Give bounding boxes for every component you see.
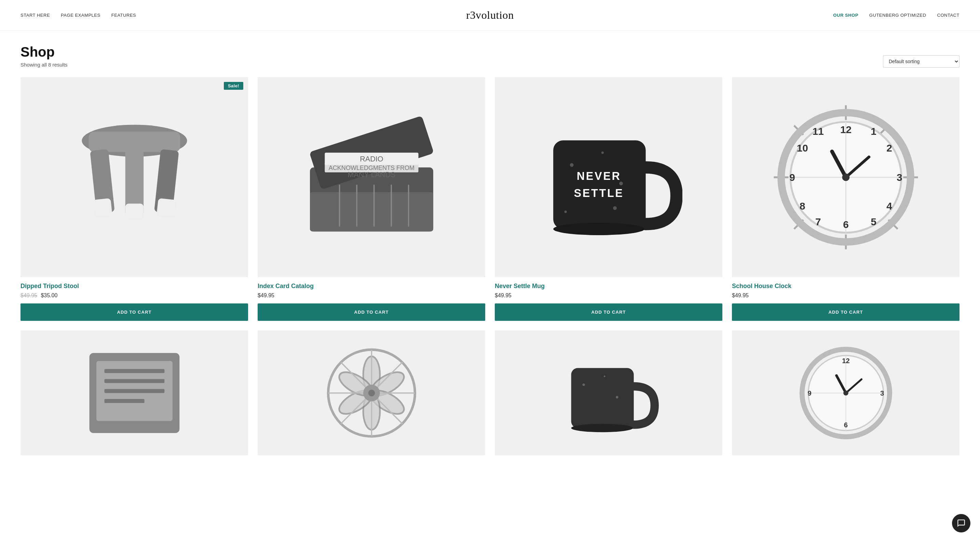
svg-text:MANY LANDS: MANY LANDS [347,170,395,179]
svg-text:6: 6 [844,421,848,429]
svg-rect-61 [104,379,164,383]
mug-illustration: NEVER SETTLE [535,97,683,257]
svg-text:12: 12 [842,357,850,364]
svg-text:3: 3 [897,172,902,183]
svg-rect-60 [104,369,164,373]
product-info-catalog: Index Card Catalog $49.95 ADD TO CART [258,277,485,321]
site-logo[interactable]: r3volution [466,9,514,22]
svg-point-78 [582,383,585,386]
product-price-mug: $49.95 [495,293,722,299]
site-header: START HERE PAGE EXAMPLES FEATURES r3volu… [0,0,980,31]
nav-our-shop[interactable]: OUR SHOP [833,13,858,18]
product-name-mug[interactable]: Never Settle Mug [495,283,722,290]
add-to-cart-clock[interactable]: ADD TO CART [732,303,959,321]
svg-rect-1 [89,132,180,152]
svg-text:NEVER: NEVER [576,170,621,182]
svg-rect-9 [310,192,433,231]
svg-rect-7 [125,203,143,219]
add-to-cart-mug[interactable]: ADD TO CART [495,303,722,321]
product-image-bottom-1[interactable] [21,330,248,455]
svg-rect-6 [156,198,176,218]
svg-rect-77 [571,368,633,428]
product-card-stool: Sale! [21,77,248,321]
price-current-catalog: $49.95 [258,293,274,298]
svg-text:5: 5 [871,216,877,227]
price-current-mug: $49.95 [495,293,512,298]
product-name-stool[interactable]: Dipped Tripod Stool [21,283,248,290]
nav-features[interactable]: FEATURES [111,13,136,18]
svg-text:7: 7 [815,216,821,227]
nav-gutenberg-optimized[interactable]: GUTENBERG OPTIMIZED [869,13,926,18]
sort-select[interactable]: Default sorting Sort by popularity Sort … [883,55,959,68]
shop-title: Shop [21,44,68,60]
shop-subtitle: Showing all 8 results [21,62,68,68]
svg-text:3: 3 [880,390,884,397]
product-card-bottom-2 [258,330,485,455]
sale-badge: Sale! [224,82,243,90]
svg-point-79 [603,376,605,377]
svg-text:12: 12 [840,124,851,135]
nav-page-examples[interactable]: PAGE EXAMPLES [61,13,100,18]
svg-point-92 [843,390,848,396]
svg-text:10: 10 [797,142,808,153]
product-card-catalog: RADIO ACKNOWLEDGMENTS FROM MANY LANDS In… [258,77,485,321]
svg-point-27 [564,210,566,212]
shop-header: Shop Showing all 8 results Default sorti… [21,44,959,68]
product-image-catalog[interactable]: RADIO ACKNOWLEDGMENTS FROM MANY LANDS [258,77,485,277]
svg-text:2: 2 [886,142,892,153]
bottom-3-illustration [535,343,683,443]
product-name-catalog[interactable]: Index Card Catalog [258,283,485,290]
product-card-bottom-1 [21,330,248,455]
product-info-stool: Dipped Tripod Stool $49.95 $35.00 ADD TO… [21,277,248,321]
bottom-4-illustration: 12 3 6 9 [772,343,920,443]
catalog-illustration: RADIO ACKNOWLEDGMENTS FROM MANY LANDS [298,97,445,257]
main-content: Shop Showing all 8 results Default sorti… [0,31,980,476]
add-to-cart-stool[interactable]: ADD TO CART [21,303,248,321]
product-grid-bottom: 12 3 6 9 [21,330,959,455]
svg-text:SETTLE: SETTLE [574,187,624,199]
svg-rect-62 [104,389,164,393]
product-image-clock[interactable]: 12 2 3 4 6 8 9 10 1 5 7 11 [732,77,959,277]
svg-rect-63 [104,399,144,403]
nav-start-here[interactable]: START HERE [21,13,50,18]
nav-left: START HERE PAGE EXAMPLES FEATURES [21,13,136,18]
svg-point-57 [842,173,850,181]
svg-point-81 [571,424,633,432]
product-image-bottom-2[interactable] [258,330,485,455]
svg-rect-5 [92,198,113,218]
price-current-stool: $35.00 [41,293,57,298]
product-image-bottom-3[interactable] [495,330,722,455]
product-card-bottom-4: 12 3 6 9 [732,330,959,455]
add-to-cart-catalog[interactable]: ADD TO CART [258,303,485,321]
product-info-clock: School House Clock $49.95 ADD TO CART [732,277,959,321]
svg-point-80 [616,396,618,398]
svg-text:RADIO: RADIO [360,154,383,163]
product-price-catalog: $49.95 [258,293,485,299]
svg-point-30 [553,223,644,235]
svg-text:9: 9 [807,390,811,397]
svg-text:6: 6 [843,219,849,230]
clock-illustration: 12 2 3 4 6 8 9 10 1 5 7 11 [772,97,920,257]
product-info-mug: Never Settle Mug $49.95 ADD TO CART [495,277,722,321]
fan-illustration [298,343,445,443]
product-image-bottom-4[interactable]: 12 3 6 9 [732,330,959,455]
product-card-clock: 12 2 3 4 6 8 9 10 1 5 7 11 [732,77,959,321]
svg-text:9: 9 [789,172,795,183]
product-image-stool[interactable]: Sale! [21,77,248,277]
price-current-clock: $49.95 [732,293,749,298]
svg-point-26 [613,206,617,210]
bottom-1-illustration [60,343,208,443]
stool-illustration [60,97,208,257]
product-name-clock[interactable]: School House Clock [732,283,959,290]
svg-text:4: 4 [886,200,892,212]
product-card-mug: NEVER SETTLE Never Settle Mug $49.95 ADD… [495,77,722,321]
product-grid: Sale! [21,77,959,321]
product-price-stool: $49.95 $35.00 [21,293,248,299]
svg-point-76 [368,390,375,396]
svg-text:8: 8 [800,200,805,212]
nav-contact[interactable]: CONTACT [937,13,959,18]
product-price-clock: $49.95 [732,293,959,299]
svg-text:1: 1 [871,125,877,137]
svg-point-23 [601,151,603,154]
product-image-mug[interactable]: NEVER SETTLE [495,77,722,277]
